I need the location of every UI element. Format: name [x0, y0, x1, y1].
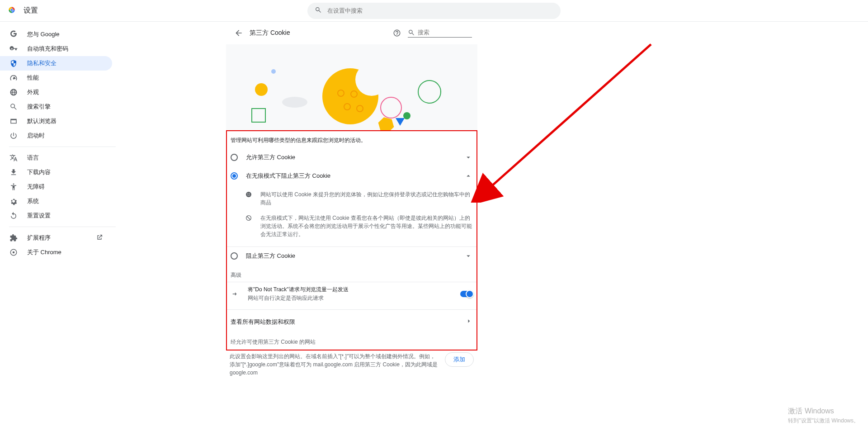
chevron-down-icon[interactable]	[464, 251, 473, 260]
detail-text: 在无痕模式下，网站无法使用 Cookie 查看您在各个网站（即使是彼此相关的网站…	[260, 214, 473, 238]
option-label: 允许第三方 Cookie	[246, 153, 464, 161]
sidebar-item-label: 您与 Google	[27, 30, 60, 38]
sidebar-item-system[interactable]: 系统	[0, 194, 112, 208]
panel-title: 第三方 Cookie	[250, 29, 290, 37]
sidebar-item-you-and-google[interactable]: 您与 Google	[0, 27, 112, 42]
reset-icon	[9, 211, 18, 220]
sidebar-item-label: 性能	[27, 74, 39, 82]
chrome-icon	[9, 248, 18, 257]
globe-icon	[9, 88, 18, 97]
panel-header: 第三方 Cookie	[226, 22, 477, 44]
sidebar-item-downloads[interactable]: 下载内容	[0, 165, 112, 180]
svg-point-7	[255, 83, 268, 96]
dnt-toggle[interactable]	[460, 291, 473, 297]
sidebar-item-label: 关于 Chrome	[27, 248, 61, 256]
description: 管理网站可利用哪些类型的信息来跟踪您浏览时的活动。	[227, 131, 476, 148]
sidebar-item-default-browser[interactable]: 默认浏览器	[0, 114, 112, 128]
allow-header: 经允许可使用第三方 Cookie 的网站	[227, 334, 476, 346]
sidebar-item-performance[interactable]: 性能	[0, 71, 112, 85]
shield-icon	[9, 59, 18, 68]
panel-search[interactable]	[408, 29, 472, 38]
sidebar-item-search-engine[interactable]: 搜索引擎	[0, 99, 112, 114]
dnt-title: 将"Do Not Track"请求与浏览流量一起发送	[248, 286, 460, 294]
sidebar-item-label: 外观	[27, 88, 39, 96]
power-icon	[9, 131, 18, 140]
key-icon	[9, 44, 18, 53]
sidebar-item-languages[interactable]: 语言	[0, 151, 112, 165]
detail-item: 网站可以使用 Cookie 来提升您的浏览体验，例如让您保持登录状态或记住您购物…	[244, 187, 473, 210]
below-section: 此设置会影响这里列出的网站。在域名前插入"[*.]"可以为整个域创建例外情况。例…	[226, 350, 477, 377]
sidebar-item-label: 隐私和安全	[27, 59, 57, 67]
svg-point-23	[248, 195, 249, 196]
sidebar-item-extensions[interactable]: 扩展程序	[0, 231, 112, 245]
svg-point-5	[13, 251, 15, 254]
sidebar-item-privacy[interactable]: 隐私和安全	[0, 56, 112, 71]
illustration	[226, 44, 477, 130]
sidebar-item-appearance[interactable]: 外观	[0, 85, 112, 99]
sidebar-item-label: 无障碍	[27, 183, 45, 191]
radio-checked[interactable]	[231, 172, 238, 180]
sidebar-item-accessibility[interactable]: 无障碍	[0, 180, 112, 194]
svg-point-20	[247, 194, 248, 194]
highlight-box: 管理网站可利用哪些类型的信息来跟踪您浏览时的活动。 允许第三方 Cookie 在…	[226, 130, 477, 350]
option-block-third-party[interactable]: 阻止第三方 Cookie	[227, 246, 476, 265]
svg-line-25	[247, 216, 250, 220]
view-all-site-data[interactable]: 查看所有网站数据和权限	[227, 309, 476, 334]
top-search-input[interactable]	[327, 7, 553, 14]
below-text: 此设置会影响这里列出的网站。在域名前插入"[*.]"可以为整个域创建例外情况。例…	[230, 352, 439, 377]
svg-point-21	[249, 193, 250, 194]
sidebar: 您与 Google 自动填充和密码 隐私和安全 性能 外观 搜索引擎	[0, 22, 116, 431]
search-icon	[9, 102, 18, 111]
option-allow-third-party[interactable]: 允许第三方 Cookie	[227, 148, 476, 166]
option-label: 阻止第三方 Cookie	[246, 252, 464, 260]
block-icon	[244, 214, 253, 238]
open-external-icon	[96, 234, 103, 242]
accessibility-icon	[9, 182, 18, 191]
chevron-up-icon[interactable]	[464, 171, 473, 180]
panel-search-input[interactable]	[418, 29, 472, 36]
sidebar-separator	[9, 147, 116, 147]
svg-point-11	[355, 63, 388, 96]
svg-point-2	[11, 9, 13, 11]
sidebar-item-label: 默认浏览器	[27, 117, 57, 125]
svg-point-22	[249, 194, 250, 195]
sidebar-separator	[9, 227, 116, 227]
svg-marker-18	[396, 118, 405, 126]
translate-icon	[9, 153, 18, 162]
sidebar-item-label: 扩展程序	[27, 234, 51, 242]
chrome-logo-icon	[7, 5, 24, 16]
gear-icon	[9, 197, 18, 206]
main-wrap: 第三方 Cookie	[116, 22, 868, 431]
back-button[interactable]	[231, 26, 246, 40]
sidebar-item-about-chrome[interactable]: 关于 Chrome	[0, 245, 112, 260]
svg-rect-8	[252, 109, 265, 122]
add-button[interactable]: 添加	[445, 352, 474, 367]
help-button[interactable]	[391, 27, 403, 39]
advanced-heading: 高级	[227, 265, 476, 282]
svg-point-6	[271, 69, 276, 74]
top-search[interactable]	[307, 3, 561, 19]
chevron-right-icon	[465, 317, 473, 327]
panel: 第三方 Cookie	[226, 22, 477, 431]
sidebar-item-label: 启动时	[27, 132, 45, 140]
option-details: 网站可以使用 Cookie 来提升您的浏览体验，例如让您保持登录状态或记住您购物…	[227, 185, 476, 244]
sidebar-item-reset[interactable]: 重置设置	[0, 208, 112, 223]
sidebar-item-on-startup[interactable]: 启动时	[0, 128, 112, 143]
sidebar-item-autofill[interactable]: 自动填充和密码	[0, 42, 112, 56]
svg-point-16	[381, 97, 401, 118]
chevron-down-icon[interactable]	[464, 153, 473, 162]
google-icon	[9, 30, 18, 39]
option-block-incognito[interactable]: 在无痕模式下阻止第三方 Cookie	[227, 166, 476, 185]
dnt-row[interactable]: 将"Do Not Track"请求与浏览流量一起发送 网站可自行决定是否响应此请…	[227, 282, 476, 306]
radio-unchecked[interactable]	[231, 154, 238, 161]
radio-unchecked[interactable]	[231, 252, 238, 260]
view-all-label: 查看所有网站数据和权限	[231, 318, 465, 326]
layout: 您与 Google 自动填充和密码 隐私和安全 性能 外观 搜索引擎	[0, 22, 868, 431]
option-label: 在无痕模式下阻止第三方 Cookie	[246, 172, 464, 180]
cookie-icon	[244, 190, 253, 207]
sidebar-item-label: 重置设置	[27, 212, 51, 220]
send-icon	[231, 290, 240, 298]
svg-point-3	[13, 184, 14, 185]
sidebar-item-label: 系统	[27, 197, 39, 205]
dnt-subtitle: 网站可自行决定是否响应此请求	[248, 294, 460, 302]
